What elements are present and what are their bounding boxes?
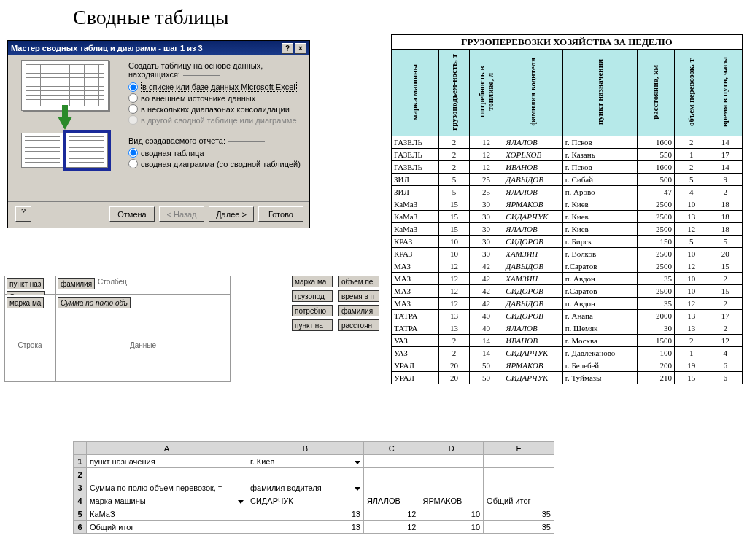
dropdown-icon[interactable]	[355, 461, 360, 464]
column-header: пункт назначения	[562, 50, 637, 136]
data-table-title: ГРУЗОПЕРЕВОЗКИ ХОЗЯЙСТВА ЗА НЕДЕЛЮ	[392, 35, 743, 50]
titlebar-title: Мастер сводных таблиц и диаграмм - шаг 1…	[11, 44, 280, 52]
table-row: МАЗ1242ДАВЫДОВп. Авдон35122	[392, 298, 743, 310]
report-type-label: Вид создаваемого отчета:	[128, 136, 302, 145]
pivot-row: 2	[74, 468, 554, 481]
field-pill[interactable]: пункт на	[292, 319, 333, 331]
table-row: ГАЗЕЛЬ212ИВАНОВг. Псков1600214	[392, 161, 743, 174]
cancel-button[interactable]: Отмена	[109, 206, 155, 222]
radio-consolidation[interactable]: в нескольких диапазонах консолидации	[128, 104, 302, 114]
pivot-col-header: D	[419, 442, 484, 455]
page-title: Сводные таблицы	[73, 6, 747, 29]
close-icon[interactable]: ×	[295, 43, 306, 54]
col-field-pill[interactable]: фамилия	[58, 278, 95, 289]
field-pill[interactable]: потребно	[292, 305, 333, 316]
radio-pivot-table[interactable]: сводная таблица	[128, 148, 302, 158]
column-header: фамилия водителя	[503, 50, 562, 136]
field-pill[interactable]: расстоян	[338, 319, 379, 331]
pivot-row: 1пункт назначенияг. Киев	[74, 455, 554, 468]
column-header: расстояние, км	[637, 50, 674, 136]
pivot-result: ABCDE1пункт назначенияг. Киев23Сумма по …	[73, 441, 554, 534]
help-button[interactable]: ?	[15, 206, 31, 222]
back-button: < Назад	[159, 206, 204, 222]
help-icon[interactable]: ?	[282, 43, 293, 54]
data-label: Данные	[58, 310, 228, 380]
pivot-layout-panel: пункт наз Страница фамилия Столбец марка…	[4, 276, 289, 382]
table-row: МАЗ1242ДАВЫДОВг.Саратов25001215	[392, 260, 743, 273]
row-field-pill[interactable]: марка ма	[7, 297, 44, 308]
table-row: МАЗ1242СИДОРОВг.Саратов25001015	[392, 285, 743, 298]
row-label: Строка	[7, 310, 53, 380]
dropdown-icon[interactable]	[355, 487, 360, 491]
radio-external[interactable]: во внешнем источнике данных	[128, 93, 302, 103]
pivot-col-header: C	[363, 442, 419, 455]
table-row: ЗИЛ525ЯЛАЛОВп. Арово4742	[392, 186, 743, 198]
field-pill[interactable]: время в п	[338, 290, 379, 302]
table-row: УРАЛ2050ЯРМАКОВг. Белебей200196	[392, 359, 743, 372]
table-row: КРАЗ1030ХАМЗИНг. Волков25001020	[392, 248, 743, 260]
column-drop-zone[interactable]: фамилия Столбец	[55, 276, 231, 295]
data-field-pill[interactable]: Сумма по полю объ	[58, 297, 131, 308]
table-row: КРАЗ1030СИДОРОВг. Бирск15055	[392, 236, 743, 248]
pivot-row: 3Сумма по полю объем перевозок, тфамилия…	[74, 481, 554, 494]
page-drop-zone[interactable]: пункт наз Страница	[4, 276, 55, 295]
radio-pivot-chart[interactable]: сводная диаграмма (со сводной таблицей)	[128, 159, 302, 168]
table-row: ТАТРА1340ЯЛАЛОВп. Шемяк30132	[392, 322, 743, 335]
table-row: УАЗ214ИВАНОВг. Москва1500212	[392, 335, 743, 347]
field-pill[interactable]: фамилия	[338, 305, 379, 316]
row-drop-zone[interactable]: марка ма Строка	[4, 295, 55, 382]
titlebar[interactable]: Мастер сводных таблиц и диаграмм - шаг 1…	[8, 41, 309, 55]
source-data-table: ГРУЗОПЕРЕВОЗКИ ХОЗЯЙСТВА ЗА НЕДЕЛЮ марка…	[391, 34, 743, 384]
pivot-row: 6Общий итог13121035	[74, 521, 554, 534]
table-row: КаМаЗ1530ЯЛАЛОВг. Киев25001218	[392, 223, 743, 236]
table-row: УРАЛ2050СИДАРЧУКг. Туймазы210156	[392, 372, 743, 384]
pivot-col-header	[74, 442, 87, 455]
pivot-row: 4марка машиныСИДАРЧУКЯЛАЛОВЯРМАКОВОбщий …	[74, 494, 554, 508]
table-row: ТАТРА1340СИДОРОВг. Анапа20001317	[392, 310, 743, 322]
pivot-col-header: B	[247, 442, 364, 455]
dropdown-icon[interactable]	[238, 500, 244, 504]
table-row: ГАЗЕЛЬ212ХОРЬКОВг. Казань550117	[392, 149, 743, 161]
pivot-wizard-dialog: Мастер сводных таблиц и диаграмм - шаг 1…	[7, 40, 310, 228]
table-row: МАЗ1242ХАМЗИНп. Авдон35102	[392, 273, 743, 285]
column-label: Столбец	[98, 278, 127, 286]
next-button[interactable]: Далее >	[209, 206, 254, 222]
pivot-col-header: A	[87, 442, 247, 455]
field-pill[interactable]: объем пе	[338, 276, 379, 287]
table-row: ЗИЛ525ДАВЫДОВг. Сибай50059	[392, 174, 743, 186]
column-header: потребность в топливе, л	[469, 50, 503, 136]
radio-other-pivot: в другой сводной таблице или диаграмме	[128, 115, 302, 125]
table-row: УАЗ214СИДАРЧУКг. Давлеканово10014	[392, 347, 743, 359]
data-drop-zone[interactable]: Сумма по полю объ Данные	[55, 295, 231, 382]
table-row: КаМаЗ1530ЯРМАКОВг. Киев25001018	[392, 198, 743, 211]
field-pill[interactable]: марка ма	[292, 276, 333, 287]
wizard-illustration	[8, 55, 121, 201]
field-list: марка маобъем пегрузоподвремя в ппотребн…	[292, 276, 382, 331]
page-field-pill[interactable]: пункт наз	[7, 278, 44, 289]
field-pill[interactable]: грузопод	[292, 290, 333, 302]
pivot-col-header: E	[484, 442, 554, 455]
finish-button[interactable]: Готово	[258, 206, 303, 222]
data-source-label: Создать таблицу на основе данных, находя…	[128, 61, 302, 79]
radio-excel-list[interactable]: в списке или базе данных Microsoft Excel	[128, 82, 302, 92]
table-row: КаМаЗ1530СИДАРЧУКг. Киев25001318	[392, 211, 743, 223]
table-row: ГАЗЕЛЬ212ЯЛАЛОВг. Псков1600214	[392, 136, 743, 149]
pivot-row: 5КаМаЗ13121035	[74, 508, 554, 521]
arrow-down-icon	[58, 117, 72, 130]
column-header: грузоподъем-ность, т	[439, 50, 470, 136]
column-header: время в пути, часы	[708, 50, 743, 136]
column-header: объем перевозок, т	[675, 50, 708, 136]
column-header: марка машины	[392, 50, 439, 136]
